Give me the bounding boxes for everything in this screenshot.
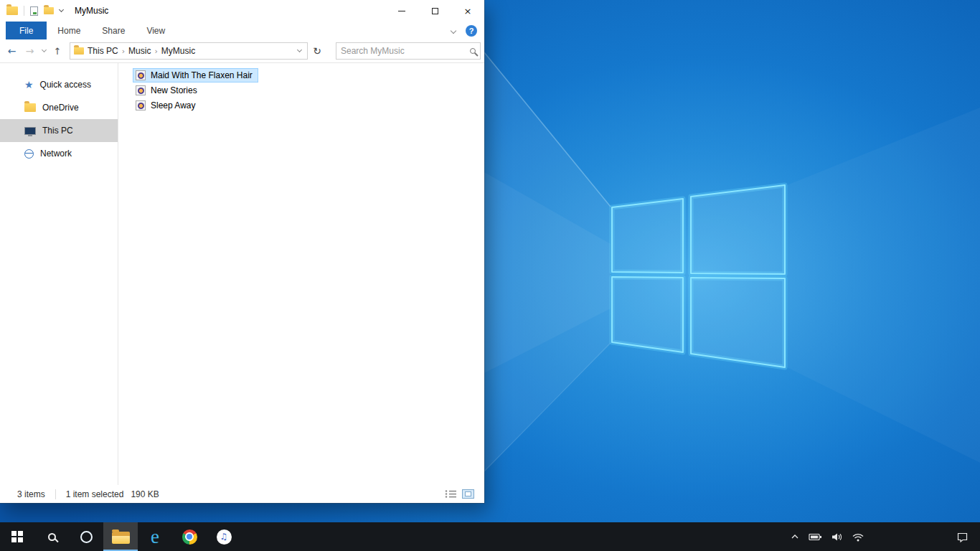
status-item-count: 3 items <box>17 489 45 499</box>
window-title: MyMusic <box>75 6 108 16</box>
status-separator <box>55 489 56 499</box>
sidebar-item-onedrive[interactable]: OneDrive <box>0 96 118 119</box>
tab-file[interactable]: File <box>6 22 47 39</box>
sidebar-item-this-pc[interactable]: This PC <box>0 119 118 142</box>
desktop: MyMusic × File Home Share View ? ← → ↑ <box>0 0 980 551</box>
help-button[interactable]: ? <box>466 25 477 37</box>
window-body: ★ Quick access OneDrive This PC Network <box>0 63 484 485</box>
minimize-icon <box>398 11 405 11</box>
search-icon <box>48 533 56 541</box>
close-icon: × <box>464 6 472 16</box>
navigation-pane: ★ Quick access OneDrive This PC Network <box>0 63 118 485</box>
file-list: Maid With The Flaxen Hair New Stories Sl… <box>118 63 484 485</box>
file-name: New Stories <box>151 85 197 95</box>
taskbar-chrome-button[interactable] <box>172 522 207 551</box>
search-box <box>336 42 481 60</box>
windows-logo-icon <box>11 531 23 542</box>
ribbon-tab-bar: File Home Share View ? <box>0 22 484 39</box>
cortana-ring-icon <box>80 531 93 543</box>
customize-toolbar-chevron-icon[interactable] <box>59 7 64 12</box>
toolbar-separator <box>24 6 24 16</box>
view-toggles <box>445 489 474 499</box>
address-folder-icon[interactable] <box>74 47 84 55</box>
navigation-bar: ← → ↑ This PC › Music › MyMusic ↻ <box>0 39 484 63</box>
volume-control[interactable] <box>830 522 844 551</box>
battery-status[interactable] <box>807 522 824 551</box>
chevron-up-icon <box>791 534 799 540</box>
hidden-icons-button[interactable] <box>789 522 801 551</box>
search-input[interactable] <box>341 46 470 56</box>
forward-button[interactable]: → <box>21 46 39 56</box>
action-center-button[interactable] <box>953 522 971 551</box>
taskbar-search-button[interactable] <box>34 522 69 551</box>
refresh-button[interactable]: ↻ <box>308 45 326 57</box>
taskbar: e ♫ <box>0 522 980 551</box>
title-bar[interactable]: MyMusic × <box>0 0 484 22</box>
details-view-icon[interactable] <box>445 489 457 499</box>
volume-icon <box>831 532 843 542</box>
minimize-button[interactable] <box>385 0 418 22</box>
up-button[interactable]: ↑ <box>49 46 66 57</box>
expand-ribbon-chevron-icon[interactable] <box>451 27 456 33</box>
back-button[interactable]: ← <box>3 46 21 56</box>
chrome-icon <box>182 529 197 545</box>
large-icons-view-icon[interactable] <box>462 489 474 499</box>
properties-icon[interactable] <box>30 6 38 16</box>
network-icon <box>24 149 34 159</box>
sidebar-item-label: Network <box>40 149 72 159</box>
onedrive-folder-icon <box>24 103 36 112</box>
star-icon: ★ <box>24 80 34 90</box>
ie-icon: e <box>151 529 159 545</box>
wifi-icon <box>852 532 864 542</box>
computer-icon <box>24 127 36 135</box>
folder-icon <box>112 530 130 544</box>
battery-icon <box>809 533 822 541</box>
tab-share[interactable]: Share <box>91 22 136 39</box>
file-item[interactable]: Sleep Away <box>133 98 202 113</box>
file-item[interactable]: New Stories <box>133 83 203 98</box>
action-center-icon <box>956 532 969 542</box>
new-folder-icon[interactable] <box>44 7 54 14</box>
address-bar[interactable]: This PC › Music › MyMusic <box>70 42 308 60</box>
itunes-icon: ♫ <box>217 529 232 545</box>
window-controls: × <box>385 0 484 22</box>
maximize-icon <box>432 8 438 14</box>
media-file-icon <box>136 70 146 80</box>
start-button[interactable] <box>0 522 34 551</box>
breadcrumb-this-pc[interactable]: This PC <box>84 46 122 56</box>
recent-locations-chevron-icon[interactable] <box>39 50 49 52</box>
address-dropdown-chevron-icon[interactable] <box>298 50 303 52</box>
tab-home[interactable]: Home <box>47 22 91 39</box>
maximize-button[interactable] <box>418 0 451 22</box>
explorer-window-icon <box>6 6 18 15</box>
media-file-icon <box>136 85 146 95</box>
taskbar-itunes-button[interactable]: ♫ <box>207 522 241 551</box>
system-tray <box>789 522 865 551</box>
breadcrumb-mymusic[interactable]: MyMusic <box>158 46 199 56</box>
taskbar-file-explorer-button[interactable] <box>103 522 138 551</box>
network-status[interactable] <box>851 522 865 551</box>
breadcrumb-music[interactable]: Music <box>125 46 154 56</box>
status-bar: 3 items 1 item selected 190 KB <box>0 485 484 503</box>
media-file-icon <box>136 100 146 110</box>
quick-access-toolbar <box>6 6 63 16</box>
sidebar-item-label: This PC <box>42 126 73 136</box>
file-name: Maid With The Flaxen Hair <box>151 70 253 80</box>
tab-view[interactable]: View <box>136 22 176 39</box>
sidebar-item-label: OneDrive <box>42 103 79 113</box>
taskbar-internet-explorer-button[interactable]: e <box>138 522 172 551</box>
cortana-button[interactable] <box>69 522 103 551</box>
sidebar-item-label: Quick access <box>40 80 91 90</box>
sidebar-item-quick-access[interactable]: ★ Quick access <box>0 73 118 96</box>
close-button[interactable]: × <box>451 0 484 22</box>
search-icon[interactable] <box>470 48 476 54</box>
status-selection-size: 190 KB <box>131 489 159 499</box>
sidebar-item-network[interactable]: Network <box>0 142 118 165</box>
file-item[interactable]: Maid With The Flaxen Hair <box>133 68 258 83</box>
file-explorer-window: MyMusic × File Home Share View ? ← → ↑ <box>0 0 484 503</box>
file-name: Sleep Away <box>151 100 196 110</box>
status-selection-summary: 1 item selected <box>66 489 124 499</box>
